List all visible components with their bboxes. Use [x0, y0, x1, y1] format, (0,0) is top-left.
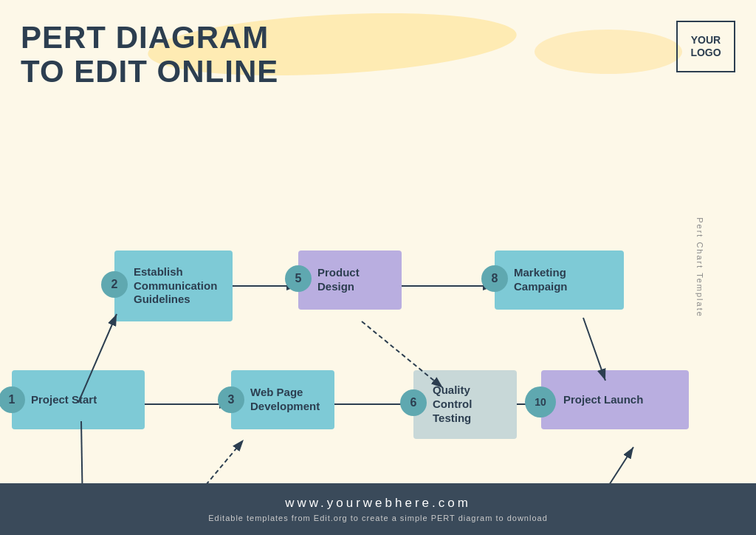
node-10-label: Project Launch [563, 393, 643, 407]
node-3-box: Web Page Development [231, 370, 334, 429]
node-5-circle: 5 [285, 265, 312, 292]
node-2-circle: 2 [101, 271, 128, 298]
node-3: 3 Web Page Development [231, 370, 334, 429]
node-5-label: Product Design [317, 266, 391, 294]
node-5-box: Product Design [298, 251, 402, 310]
footer-url: www.yourwebhere.com [285, 496, 471, 511]
footer-bar: www.yourwebhere.com Editable templates f… [0, 483, 756, 535]
node-8: 8 Marketing Campaign [495, 251, 624, 310]
logo-text: YOUR LOGO [690, 34, 721, 59]
node-8-circle: 8 [481, 265, 508, 292]
node-8-box: Marketing Campaign [495, 251, 624, 310]
node-2-box: Establish Communication Guidelines [114, 251, 233, 321]
footer-subtitle: Editable templates from Edit.org to crea… [208, 514, 548, 522]
pert-diagram: 1 Project Start 2 Establish Communicatio… [0, 115, 756, 483]
node-10: 10 Project Launch [541, 370, 689, 429]
node-1-box: Project Start [12, 370, 145, 429]
node-6-circle: 6 [400, 389, 427, 416]
node-3-circle: 3 [218, 386, 244, 413]
title-line1: PERT Diagram [21, 20, 269, 55]
node-2-label: Establish Communication Guidelines [134, 265, 222, 307]
logo-box: YOUR LOGO [676, 21, 735, 72]
side-text: Pert Chart Template [695, 217, 704, 318]
node-10-box: Project Launch [541, 370, 689, 429]
node-1-label: Project Start [31, 393, 97, 407]
node-6-box: Quality Control Testing [413, 370, 517, 439]
node-3-label: Web Page Development [250, 386, 324, 414]
bg-blob-yellow2 [535, 30, 682, 74]
node-8-label: Marketing Campaign [514, 266, 614, 294]
node-5: 5 Product Design [298, 251, 402, 310]
node-10-circle: 10 [525, 386, 556, 418]
node-1: 1 Project Start [12, 370, 145, 429]
node-6: 6 Quality Control Testing [413, 370, 517, 439]
node-6-label: Quality Control Testing [433, 384, 506, 425]
title-line2: To Edit Online [21, 54, 278, 89]
page-title: PERT Diagram To Edit Online [21, 21, 278, 89]
node-2: 2 Establish Communication Guidelines [114, 251, 233, 321]
